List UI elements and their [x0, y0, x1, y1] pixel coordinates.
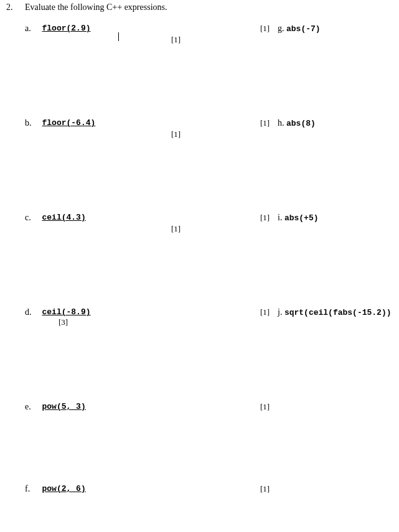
left-column: d. ceil(-8.9) [3] [25, 307, 268, 402]
left-column: a. floor(2.9) [1] [25, 24, 268, 118]
question-header: 2. Evaluate the following C++ expression… [6, 2, 393, 12]
question-number: 2. [6, 2, 17, 12]
marks-d: [3] [59, 317, 68, 327]
right-column: [1] h. abs(8) [268, 118, 393, 213]
expr-pow-5-3: pow(5, 3) [42, 402, 86, 411]
right-column: [1] [268, 402, 393, 484]
item-row: d. ceil(-8.9) [3] [1] j. sqrt(ceil(fabs(… [25, 307, 393, 402]
expr-ceil-4-3: ceil(4.3) [42, 213, 86, 222]
item-label-b: b. [25, 118, 40, 128]
item-label-g: g. [278, 24, 284, 34]
text-cursor [118, 32, 119, 41]
item-label-h: h. [278, 118, 284, 128]
item-label-i: i. [278, 213, 282, 223]
item-label-d: d. [25, 307, 40, 317]
marks-f: [1] [260, 484, 270, 494]
expr-abs-neg7: abs(-7) [286, 24, 321, 34]
expr-abs-8: abs(8) [286, 119, 316, 128]
expr-sqrt-ceil-fabs: sqrt(ceil(fabs(-15.2)) [284, 308, 392, 317]
expr-pow-2-6: pow(2, 6) [42, 484, 86, 493]
item-row: b. floor(-6.4) [1] [1] h. abs(8) [25, 118, 393, 213]
left-column: f. pow(2, 6) [25, 484, 268, 503]
expr-floor-neg6-4: floor(-6.4) [42, 118, 96, 128]
marks-h: [1] [260, 118, 270, 128]
right-column: [1] [268, 484, 393, 503]
expr-abs-pos5: abs(+5) [284, 213, 319, 223]
marks-g: [1] [260, 24, 270, 34]
marks-c: [1] [171, 224, 181, 234]
expr-ceil-neg8-9: ceil(-8.9) [42, 307, 91, 317]
marks-b: [1] [171, 129, 181, 139]
item-row: e. pow(5, 3) [1] [25, 402, 393, 484]
left-column: b. floor(-6.4) [1] [25, 118, 268, 213]
left-column: c. ceil(4.3) [1] [25, 213, 268, 307]
item-label-e: e. [25, 402, 40, 412]
items-container: a. floor(2.9) [1] [1] g. abs(-7) b. floo… [6, 24, 393, 503]
left-column: e. pow(5, 3) [25, 402, 268, 484]
right-column: [1] j. sqrt(ceil(fabs(-15.2)) [268, 307, 393, 402]
marks-a: [1] [171, 35, 181, 45]
right-column: [1] g. abs(-7) [268, 24, 393, 118]
marks-j: [1] [260, 307, 270, 317]
item-label-c: c. [25, 213, 40, 223]
item-row: a. floor(2.9) [1] [1] g. abs(-7) [25, 24, 393, 118]
item-row: f. pow(2, 6) [1] [25, 484, 393, 503]
item-label-f: f. [25, 484, 40, 494]
marks-i: [1] [260, 213, 270, 223]
right-column: [1] i. abs(+5) [268, 213, 393, 307]
item-label-j: j. [278, 307, 282, 317]
marks-e: [1] [260, 402, 270, 412]
expr-floor-2-9: floor(2.9) [42, 24, 91, 33]
item-row: c. ceil(4.3) [1] [1] i. abs(+5) [25, 213, 393, 307]
question-text: Evaluate the following C++ expressions. [25, 2, 393, 12]
item-label-a: a. [25, 24, 40, 34]
